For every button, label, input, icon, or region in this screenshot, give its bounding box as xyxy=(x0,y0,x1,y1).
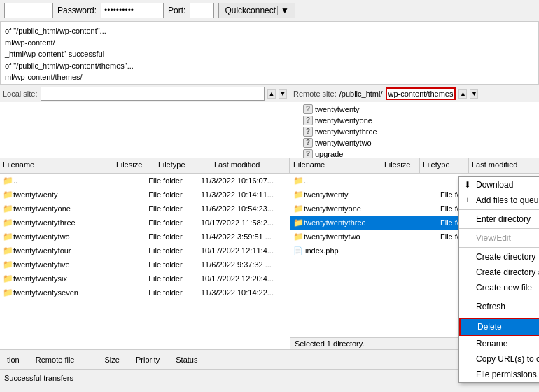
local-file-header: Filename Filesize Filetype Last modified xyxy=(0,158,290,174)
question-icon: ? xyxy=(303,138,313,148)
folder-icon: 📁 xyxy=(293,232,304,241)
table-row[interactable]: 📁 twentytwentyone File folder 11/6/2022 … xyxy=(0,202,290,216)
remote-col-filename[interactable]: Filename xyxy=(290,158,382,173)
main-content: Local site: ▲ ▼ Filename Filesize Filety… xyxy=(0,85,539,349)
tree-item-label: twentytwentyone xyxy=(315,116,372,125)
table-row[interactable]: 📁 .. File folder 11/3/2022 10:16:07... xyxy=(0,174,290,188)
local-col-filesize[interactable]: Filesize xyxy=(113,158,155,173)
local-col-filename[interactable]: Filename xyxy=(0,158,113,173)
remote-path-up[interactable]: ▲ xyxy=(458,89,467,99)
tree-item-twentytwentytwo[interactable]: ? twentytwentytwo xyxy=(302,137,539,148)
host-input[interactable] xyxy=(4,3,53,18)
file-name: twentytwentythree xyxy=(13,218,112,227)
remote-col-filetype[interactable]: Filetype xyxy=(420,158,469,173)
tree-item-twentytwenty[interactable]: ? twentytwenty xyxy=(302,104,539,115)
password-label: Password: xyxy=(57,6,97,15)
quickconnect-button[interactable]: Quickconnect ▼ xyxy=(218,3,295,18)
context-menu-item-label: File permissions... xyxy=(476,370,539,379)
file-modified: 10/17/2022 12:11:4... xyxy=(201,246,287,255)
context-menu-item-label: Enter directory xyxy=(476,214,531,224)
local-col-filetype[interactable]: Filetype xyxy=(155,158,211,173)
file-name: twentytwentysix xyxy=(13,274,112,283)
log-line-1: of "/public_html/wp-content"... xyxy=(5,25,534,37)
context-menu-refresh[interactable]: Refresh xyxy=(459,299,539,314)
context-menu-copy-url[interactable]: Copy URL(s) to clipboard xyxy=(459,351,539,367)
tree-item-twentytwentyone[interactable]: ? twentytwentyone xyxy=(302,115,539,126)
context-menu-separator xyxy=(459,247,539,248)
tree-item-upgrade[interactable]: ? upgrade xyxy=(302,148,539,158)
table-row[interactable]: 📁 twentytwentythree File folder 10/17/20… xyxy=(0,216,290,230)
context-menu-enter-dir[interactable]: Enter directory xyxy=(459,211,539,227)
file-type: File folder xyxy=(148,190,201,199)
table-row[interactable]: 📁 twentytwenty File folder 11/3/2022 10:… xyxy=(0,188,290,202)
remote-tree[interactable]: ? twentytwenty ? twentytwentyone ? twent… xyxy=(290,102,539,158)
file-type: File folder xyxy=(148,218,201,227)
file-name: twentytwenty xyxy=(304,190,402,199)
folder-icon: 📁 xyxy=(3,260,13,270)
log-line-2: ml/wp-content/ xyxy=(5,37,534,49)
queue-action-label: tion xyxy=(7,356,20,364)
context-menu-create-dir[interactable]: Create directory xyxy=(459,249,539,265)
context-menu-item-label: Delete xyxy=(477,322,502,332)
local-col-modified[interactable]: Last modified xyxy=(211,158,290,173)
status-header: Status xyxy=(176,356,197,364)
file-name: twentytwenty xyxy=(13,190,112,199)
folder-icon: 📁 xyxy=(3,204,13,214)
remote-path-highlighted[interactable]: wp-content/themes xyxy=(386,88,456,100)
table-row[interactable]: 📁 twentytwentyfour File folder 10/17/202… xyxy=(0,244,290,258)
remote-col-modified[interactable]: Last modified xyxy=(469,158,539,173)
remote-file-header: Remote file xyxy=(36,356,75,364)
file-name: twentytwentyseven xyxy=(13,288,112,297)
context-menu-view-edit: View/Edit xyxy=(459,230,539,246)
folder-icon: 📁 xyxy=(3,190,13,200)
context-menu-item-label: Copy URL(s) to clipboard xyxy=(476,354,539,364)
local-tree[interactable] xyxy=(0,102,290,158)
file-type: File folder xyxy=(148,232,201,241)
folder-icon: 📁 xyxy=(293,176,304,186)
context-menu-rename[interactable]: Rename xyxy=(459,336,539,351)
file-type: File folder xyxy=(148,288,201,297)
context-menu-add-queue[interactable]: + Add files to queue xyxy=(459,192,539,208)
port-input[interactable] xyxy=(190,3,214,18)
context-menu-separator xyxy=(459,228,539,229)
folder-icon: 📁 xyxy=(3,218,13,227)
local-path-input[interactable] xyxy=(41,87,265,101)
file-name: twentytwentyfour xyxy=(13,246,112,255)
context-menu-item-label: Create directory xyxy=(476,252,536,262)
successful-transfers-label: Successful transfers xyxy=(4,374,74,382)
folder-icon: 📁 xyxy=(3,176,13,186)
quickconnect-dropdown-icon[interactable]: ▼ xyxy=(277,6,289,15)
local-path-up[interactable]: ▲ xyxy=(267,89,276,99)
context-menu-delete[interactable]: Delete xyxy=(459,318,539,336)
table-row[interactable]: 📁 twentytwentysix File folder 10/17/2022… xyxy=(0,272,290,286)
context-menu-create-file[interactable]: Create new file xyxy=(459,280,539,295)
table-row[interactable]: 📁 twentytwentyfive File folder 11/6/2022… xyxy=(0,258,290,272)
log-line-3: _html/wp-content" successful xyxy=(5,48,534,60)
password-input[interactable] xyxy=(101,3,164,18)
log-area: of "/public_html/wp-content"... ml/wp-co… xyxy=(0,22,539,85)
context-menu: ⬇ Download + Add files to queue Enter di… xyxy=(458,176,539,383)
remote-col-filesize[interactable]: Filesize xyxy=(382,158,420,173)
question-icon: ? xyxy=(303,115,313,125)
file-modified: 10/17/2022 12:20:4... xyxy=(201,274,287,283)
context-menu-download[interactable]: ⬇ Download xyxy=(459,177,539,192)
file-name: index.php xyxy=(305,246,403,255)
table-row[interactable]: 📁 twentytwentytwo File folder 11/4/2022 … xyxy=(0,230,290,244)
folder-icon: 📁 xyxy=(3,232,13,241)
file-type: File folder xyxy=(148,260,201,269)
context-menu-create-dir-enter[interactable]: Create directory and enter it xyxy=(459,265,539,280)
folder-icon: 📁 xyxy=(293,190,304,200)
local-path-down[interactable]: ▼ xyxy=(279,89,287,99)
log-line-4: of "/public_html/wp-content/themes"... xyxy=(5,60,534,72)
file-modified: 11/6/2022 10:54:23... xyxy=(201,204,287,213)
file-type: File folder xyxy=(148,274,201,283)
local-file-list[interactable]: 📁 .. File folder 11/3/2022 10:16:07... 📁… xyxy=(0,174,290,349)
question-icon: ? xyxy=(303,149,313,158)
file-name: .. xyxy=(304,176,402,185)
context-menu-file-perms[interactable]: File permissions... xyxy=(459,367,539,382)
remote-path-down[interactable]: ▼ xyxy=(470,89,478,99)
context-menu-separator xyxy=(459,316,539,316)
tree-item-twentytwentythree[interactable]: ? twentytwentythree xyxy=(302,126,539,137)
table-row[interactable]: 📁 twentytwentyseven File folder 11/3/202… xyxy=(0,286,290,300)
context-menu-item-label: View/Edit xyxy=(476,233,511,243)
